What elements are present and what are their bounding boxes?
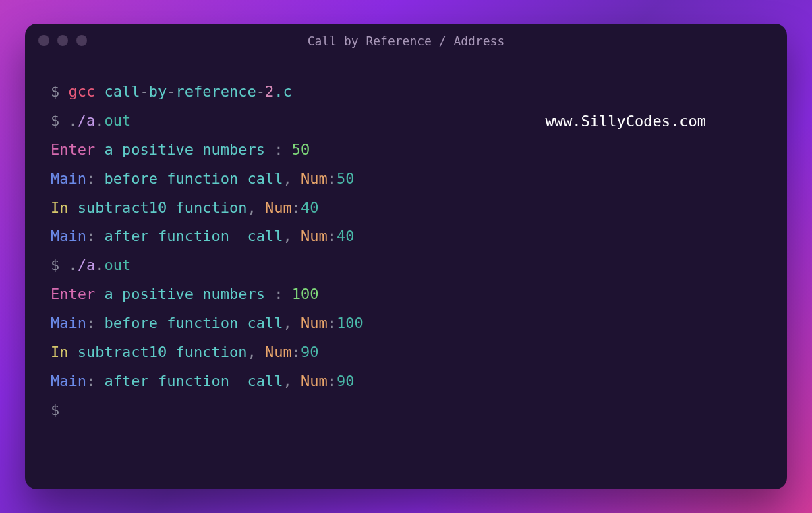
terminal-line: $: [51, 396, 761, 425]
terminal-line: Main: before function call, Num:100: [51, 309, 761, 338]
maximize-icon[interactable]: [76, 35, 87, 46]
prompt: $: [51, 112, 69, 129]
watermark-text: www.SillyCodes.com: [546, 113, 706, 130]
window-title: Call by Reference / Address: [308, 34, 505, 48]
terminal-line: Enter a positive numbers : 100: [51, 280, 761, 309]
terminal-window: Call by Reference / Address www.SillyCod…: [25, 24, 787, 489]
titlebar: Call by Reference / Address: [25, 24, 787, 57]
prompt: $: [51, 83, 69, 100]
terminal-line: $ gcc call-by-reference-2.c: [51, 78, 761, 107]
cmd-gcc: gcc: [69, 83, 105, 100]
terminal-line: In subtract10 function, Num:40: [51, 194, 761, 223]
terminal-line: Main: after function call, Num:40: [51, 222, 761, 251]
terminal-line: Main: before function call, Num:50: [51, 165, 761, 194]
terminal-line: In subtract10 function, Num:90: [51, 338, 761, 367]
minimize-icon[interactable]: [57, 35, 68, 46]
close-icon[interactable]: [38, 35, 49, 46]
terminal-line: $ ./a.out: [51, 251, 761, 280]
prompt: $: [51, 402, 59, 418]
terminal-line: Main: after function call, Num:90: [51, 367, 761, 396]
traffic-lights: [38, 35, 87, 46]
terminal-line: Enter a positive numbers : 50: [51, 136, 761, 165]
prompt: $: [51, 256, 69, 273]
